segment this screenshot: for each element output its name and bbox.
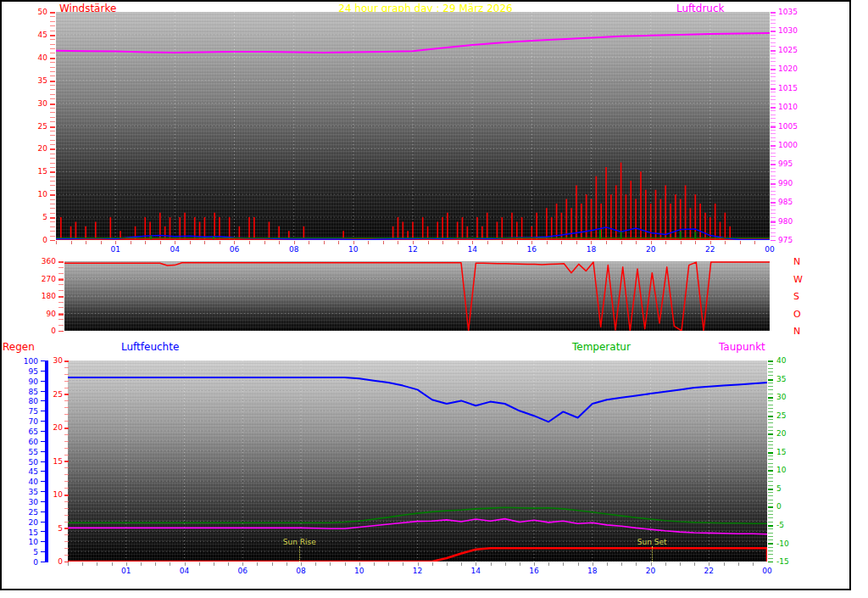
luftfeuchte-label: Luftfeuchte [121, 341, 179, 353]
wind-pressure-panel [56, 12, 770, 240]
pressure-tick-label: 980 [778, 217, 804, 225]
regen-label: Regen [3, 341, 35, 353]
direction-tick-label: 270 [32, 275, 56, 282]
humidity-tick-label: 10 [20, 539, 38, 546]
wind-direction-chart [64, 261, 770, 331]
temp-tick-label: 30 [776, 394, 797, 401]
humidity-tick-label: 85 [20, 388, 38, 395]
humidity-tick-label: 45 [20, 468, 38, 476]
humidity-tick-label: 15 [20, 528, 38, 536]
direction-tick-label: 360 [32, 258, 56, 265]
wind-tick-label: 15 [24, 168, 47, 176]
temperatur-label: Temperatur [572, 341, 631, 353]
hour-label: 20 [643, 246, 659, 254]
hour-label: 20 [643, 567, 659, 575]
temp-tick-label: -15 [776, 558, 797, 566]
direction-tick-label: 90 [32, 310, 56, 317]
hour-label: 01 [107, 246, 124, 254]
hour-label: 04 [176, 567, 193, 575]
hour-label: 06 [226, 246, 243, 254]
pressure-tick-label: 1005 [778, 122, 804, 130]
hour-label: 14 [464, 246, 481, 254]
humidity-tick-label: 50 [20, 458, 38, 466]
sunrise-line [299, 546, 300, 562]
direction-tick-label: 0 [32, 327, 56, 335]
humidity-tick-label: 100 [20, 358, 38, 366]
wind-axis-ticks [50, 12, 55, 241]
temp-axis-ticks [768, 360, 773, 562]
pressure-tick-label: 985 [778, 198, 804, 206]
humidity-tick-label: 20 [20, 518, 38, 526]
temp-tick-label: 25 [776, 411, 797, 419]
hour-label: 12 [404, 246, 421, 254]
pressure-tick-label: 975 [778, 237, 804, 244]
compass-letter: S [793, 291, 799, 302]
humidity-tick-label: 75 [20, 408, 38, 416]
pressure-tick-label: 995 [778, 160, 804, 168]
hour-label: 10 [345, 246, 362, 254]
humidity-temp-chart [68, 360, 767, 562]
pressure-tick-label: 1030 [778, 27, 804, 35]
hour-label: 00 [761, 246, 778, 254]
temp-tick-label: -10 [776, 539, 797, 547]
wind-tick-label: 10 [24, 191, 47, 198]
humidity-tick-label: 65 [20, 428, 38, 435]
rain-tick-label: 5 [47, 524, 63, 532]
wind-tick-label: 5 [24, 214, 47, 221]
wind-pressure-chart [56, 12, 770, 240]
bottom-xaxis-ticks [68, 562, 767, 566]
taupunkt-label: Taupunkt [719, 341, 765, 353]
rain-tick-label: 20 [47, 424, 63, 432]
rain-tick-label: 15 [47, 457, 63, 465]
wind-tick-label: 25 [24, 122, 47, 130]
hour-label: 22 [702, 246, 719, 254]
humidity-tick-label: 60 [20, 438, 38, 445]
direction-axis-ticks [58, 261, 64, 332]
humidity-tick-label: 0 [20, 559, 38, 567]
humidity-tick-label: 70 [20, 418, 38, 426]
sunset-line [652, 546, 653, 562]
pressure-tick-label: 1010 [778, 103, 804, 111]
compass-letter: N [793, 256, 800, 267]
humidity-tick-label: 30 [20, 498, 38, 506]
rain-tick-label: 0 [47, 558, 63, 566]
hour-label: 10 [351, 567, 368, 575]
hour-label: 00 [759, 567, 776, 575]
humidity-tick-label: 35 [20, 489, 38, 496]
wind-tick-label: 50 [24, 8, 47, 16]
hour-label: 18 [584, 567, 601, 575]
temp-tick-label: 0 [776, 503, 797, 511]
wind-tick-label: 40 [24, 53, 47, 61]
humidity-tick-label: 55 [20, 448, 38, 455]
hour-label: 06 [234, 567, 251, 575]
hour-label: 12 [409, 567, 426, 575]
rain-tick-label: 10 [47, 491, 63, 499]
weather-graph-page: Windstärke 24 hour graph day : 29 März 2… [0, 0, 868, 598]
hour-label: 08 [286, 246, 303, 254]
humidity-tick-label: 80 [20, 398, 38, 405]
humidity-tick-label: 5 [20, 549, 38, 556]
wind-tick-label: 20 [24, 145, 47, 153]
humidity-tick-label: 90 [20, 377, 38, 385]
pressure-tick-label: 1000 [778, 141, 804, 148]
top-xaxis-ticks [56, 241, 770, 244]
compass-letter: O [793, 308, 801, 319]
temp-tick-label: 5 [776, 484, 797, 492]
humidity-temp-panel [68, 360, 767, 562]
temp-tick-label: 10 [776, 467, 797, 474]
hour-label: 04 [166, 246, 183, 254]
hour-label: 14 [467, 567, 484, 575]
compass-letter: W [793, 273, 803, 284]
rain-tick-label: 30 [47, 357, 63, 365]
wind-tick-label: 0 [24, 237, 47, 244]
hour-label: 18 [583, 246, 600, 254]
compass-letter: N [793, 326, 800, 337]
pressure-tick-label: 1015 [778, 84, 804, 92]
hour-label: 16 [526, 567, 542, 575]
hour-label: 08 [292, 567, 309, 575]
hour-label: 16 [523, 246, 540, 254]
temp-tick-label: 15 [776, 448, 797, 455]
wind-direction-panel [64, 261, 770, 331]
hour-label: 01 [118, 567, 135, 575]
sunrise-label: Sun Rise [283, 538, 316, 546]
